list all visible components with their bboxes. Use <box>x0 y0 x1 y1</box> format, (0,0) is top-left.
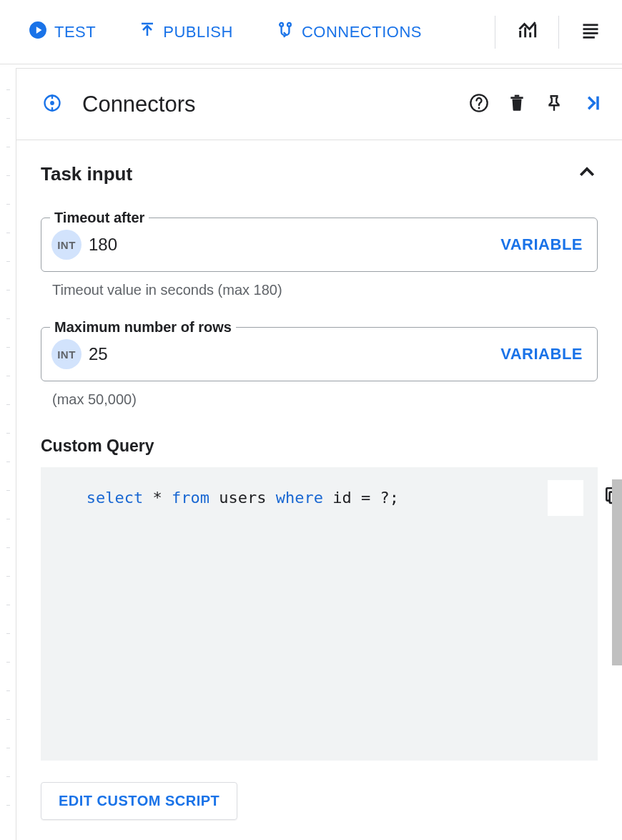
connections-icon <box>276 21 295 44</box>
svg-point-3 <box>280 23 283 26</box>
custom-query-code[interactable]: select * from users where id = ?; <box>41 467 598 761</box>
left-ruler <box>0 68 16 840</box>
svg-rect-15 <box>510 97 523 99</box>
section-title: Task input <box>41 163 132 185</box>
maxrows-field: Maximum number of rows INT VARIABLE (max… <box>41 327 598 408</box>
int-chip-icon: INT <box>51 230 82 260</box>
vertical-scrollbar[interactable] <box>612 479 622 665</box>
connections-label: CONNECTIONS <box>302 23 422 41</box>
sql-text: users <box>209 489 276 507</box>
svg-point-4 <box>287 23 291 26</box>
int-chip-icon: INT <box>51 339 82 369</box>
svg-rect-16 <box>515 94 520 97</box>
timeout-label: Timeout after <box>50 210 149 226</box>
test-label: TEST <box>54 23 96 41</box>
delete-button[interactable] <box>508 93 526 116</box>
help-button[interactable] <box>469 93 489 116</box>
panel-body: Task input Timeout after INT VARIABLE Ti… <box>16 140 622 820</box>
analytics-button[interactable] <box>517 21 537 44</box>
test-button[interactable]: TEST <box>29 21 96 44</box>
connectors-panel: Connectors Task input Timeout after INT <box>16 68 622 840</box>
maxrows-variable-button[interactable]: VARIABLE <box>500 345 583 363</box>
top-toolbar: TEST PUBLISH CONNECTIONS <box>0 0 622 64</box>
custom-query-label: Custom Query <box>41 436 598 456</box>
pin-button[interactable] <box>545 93 563 116</box>
publish-button[interactable]: PUBLISH <box>139 21 233 43</box>
justify-icon <box>581 21 601 44</box>
edit-script-label: EDIT CUSTOM SCRIPT <box>59 793 219 809</box>
sql-text: id = ?; <box>323 489 399 507</box>
analytics-icon <box>517 21 537 44</box>
task-input-section-header[interactable]: Task input <box>41 162 598 186</box>
timeout-input-wrapper[interactable]: Timeout after INT VARIABLE <box>41 218 598 272</box>
chevron-up-icon <box>576 162 598 186</box>
sql-keyword: select <box>87 489 143 507</box>
maxrows-label: Maximum number of rows <box>50 319 236 336</box>
maxrows-input[interactable] <box>89 344 493 364</box>
toolbar-right <box>473 16 601 49</box>
svg-point-10 <box>50 101 54 105</box>
svg-point-14 <box>478 107 480 109</box>
panel-header: Connectors <box>16 69 622 140</box>
sql-keyword: from <box>172 489 209 507</box>
play-circle-icon <box>29 21 47 44</box>
divider <box>558 16 559 49</box>
collapse-panel-button[interactable] <box>582 93 603 116</box>
upload-icon <box>139 21 156 43</box>
timeout-variable-button[interactable]: VARIABLE <box>500 235 583 254</box>
connections-button[interactable]: CONNECTIONS <box>276 21 422 44</box>
connector-node-icon <box>42 93 62 116</box>
copy-button[interactable] <box>548 480 583 516</box>
timeout-field: Timeout after INT VARIABLE Timeout value… <box>41 218 598 298</box>
menu-button[interactable] <box>581 21 601 44</box>
edit-custom-script-button[interactable]: EDIT CUSTOM SCRIPT <box>41 782 237 820</box>
maxrows-input-wrapper[interactable]: Maximum number of rows INT VARIABLE <box>41 327 598 381</box>
sql-text: * <box>143 489 172 507</box>
timeout-input[interactable] <box>89 235 493 255</box>
timeout-helper: Timeout value in seconds (max 180) <box>52 282 598 298</box>
copy-icon <box>509 462 622 534</box>
panel-title: Connectors <box>82 92 450 117</box>
publish-label: PUBLISH <box>163 23 233 41</box>
sql-keyword: where <box>276 489 323 507</box>
divider <box>495 16 495 49</box>
maxrows-helper: (max 50,000) <box>52 391 598 408</box>
